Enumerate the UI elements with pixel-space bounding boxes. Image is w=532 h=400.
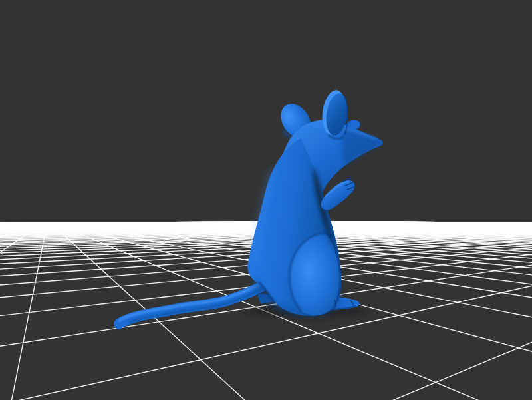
grid-line [0, 222, 21, 400]
grid-line [0, 222, 18, 400]
grid-line [0, 222, 12, 400]
3d-viewport[interactable] [0, 0, 532, 400]
render-canvas [0, 0, 532, 400]
grid-line [0, 222, 24, 400]
grid-line [0, 222, 3, 400]
mouse-model[interactable] [119, 89, 383, 324]
grid-line [0, 222, 15, 400]
